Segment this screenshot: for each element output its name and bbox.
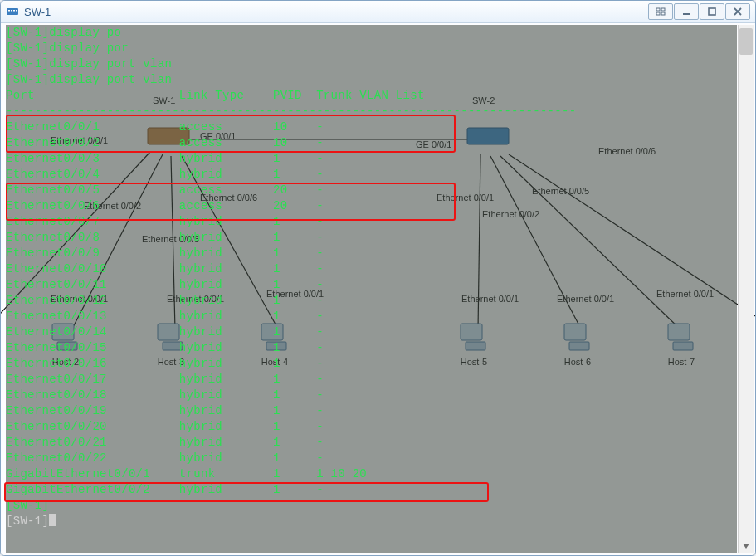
svg-rect-3 (13, 10, 15, 12)
client-area: SW-1 SW-2 Host-2 Host-3 Host-4 Host-5 (1, 23, 755, 556)
close-button[interactable] (725, 3, 750, 20)
svg-rect-6 (661, 8, 665, 11)
svg-rect-5 (656, 8, 660, 11)
scrollbar[interactable] (738, 25, 754, 553)
svg-rect-9 (683, 13, 690, 15)
titlebar[interactable]: SW-1 (1, 1, 755, 23)
svg-rect-2 (11, 10, 12, 12)
svg-rect-10 (709, 8, 715, 15)
svg-rect-4 (16, 10, 17, 12)
minimize-button[interactable] (674, 3, 699, 20)
switch-icon (6, 5, 19, 18)
window-title: SW-1 (24, 6, 51, 18)
svg-rect-8 (661, 12, 665, 15)
window: SW-1 (0, 0, 756, 556)
settings-button[interactable] (648, 3, 673, 20)
terminal-output[interactable]: [SW-1]display po[SW-1]display por[SW-1]d… (6, 25, 737, 553)
svg-rect-1 (8, 10, 10, 12)
scroll-thumb[interactable] (739, 28, 753, 55)
svg-rect-0 (7, 8, 18, 15)
svg-rect-7 (656, 12, 660, 15)
scroll-down-icon[interactable] (739, 539, 754, 553)
maximize-button[interactable] (700, 3, 724, 20)
